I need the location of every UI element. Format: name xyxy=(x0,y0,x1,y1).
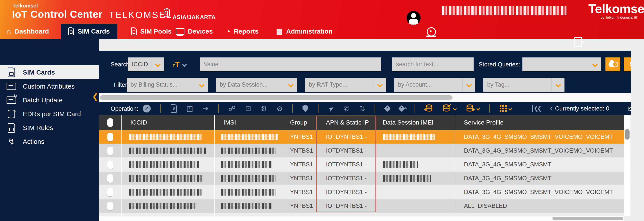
rewind-icon[interactable]: ❮❮ xyxy=(532,105,540,112)
column-header-iccid[interactable]: ICCID xyxy=(122,115,215,130)
cell-imsi xyxy=(215,199,289,213)
table-row[interactable]: YNTBS1 IOTDYNTBS1 - DATA_3G_4G_SMSMO_SMS… xyxy=(99,130,624,144)
table-row[interactable]: YNTBS1 IOTDYNTBS1 - DATA_3G_4G_SMSMO_SMS… xyxy=(99,144,624,157)
cell-group: YNTBS1 xyxy=(289,199,316,213)
send-sms-icon[interactable]: ➤ xyxy=(327,104,335,113)
filter-tag-select[interactable]: by Tag... xyxy=(483,78,564,92)
nav-item-dashboard[interactable]: ⌂ Dashboard xyxy=(6,24,49,39)
cell-iccid xyxy=(122,172,215,185)
activate-check-icon[interactable]: ✓ xyxy=(143,105,151,112)
row-checkbox[interactable] xyxy=(107,160,113,169)
sidebar-item-batch-update[interactable]: ↻ Batch Update xyxy=(0,93,99,107)
transfer-icon[interactable]: ⇅ xyxy=(359,105,365,112)
alarm-icon[interactable] xyxy=(427,27,436,36)
column-header-group[interactable]: Group xyxy=(289,115,316,130)
telkomsel-logo: Telkomsel xyxy=(588,1,644,16)
sidebar-item-custom-attributes[interactable]: Custom Attributes xyxy=(0,79,99,93)
save-query-button[interactable] xyxy=(606,58,620,71)
voice-test-icon[interactable]: ✆ xyxy=(344,105,350,112)
vscroll-thumb[interactable] xyxy=(625,129,630,140)
move-sim-icon[interactable]: ⇥ xyxy=(202,105,208,112)
bulk-actions-grid-icon[interactable] xyxy=(500,105,502,107)
row-checkbox[interactable] xyxy=(107,133,113,141)
import-database-icon[interactable] xyxy=(424,104,433,113)
row-checkbox[interactable] xyxy=(107,147,113,155)
filter-rat-type-select[interactable]: by RAT Type... xyxy=(305,78,386,92)
billing-sim-icon[interactable]: $ xyxy=(171,104,177,113)
redacted-value xyxy=(129,148,206,154)
timezone-label: ASIA/JAKARTA xyxy=(172,14,216,20)
row-checkbox[interactable] xyxy=(107,188,113,196)
clipped-button[interactable]: ⚱ xyxy=(624,58,631,71)
toolbar-divider xyxy=(160,104,161,113)
hscroll-thumb[interactable] xyxy=(552,216,623,220)
filter-account-select[interactable]: by Account... xyxy=(394,78,475,92)
data-session-satellite-icon[interactable]: ☍ xyxy=(228,105,236,112)
chevron-down-icon[interactable] xyxy=(453,107,457,111)
export-database-icon[interactable] xyxy=(466,104,475,113)
device-diagnostics-icon[interactable]: ⊡ xyxy=(245,105,251,112)
tag-icon[interactable] xyxy=(384,105,391,112)
stored-queries-select[interactable] xyxy=(522,58,601,71)
sidebar-item-actions[interactable]: ↯ Actions xyxy=(0,135,99,148)
edit-frame-icon[interactable]: ◳ xyxy=(186,105,193,112)
column-header-apn-static-ip[interactable]: APN & Static IP xyxy=(316,115,376,130)
redacted-value xyxy=(221,148,276,154)
currently-selected-text: Currently selected: 0 xyxy=(555,105,610,112)
nav-item-administration[interactable]: ▦ Administration xyxy=(276,24,332,39)
cell-imsi xyxy=(215,172,289,185)
sidebar-item-sim-cards[interactable]: SIM Cards xyxy=(0,65,99,79)
column-header-service-profile[interactable]: Service Profile xyxy=(454,115,624,130)
chevron-down-icon xyxy=(151,58,164,71)
sidebar-item-label: SIM Cards xyxy=(23,69,55,76)
chevron-down-icon[interactable] xyxy=(476,107,480,111)
match-type-select[interactable]: тT xyxy=(172,58,186,71)
cell-service-profile: DATA_3G_4G_SMSMO_SMSMT_VOICEMO_VOICEMT xyxy=(454,185,624,199)
redacted-value xyxy=(221,175,276,182)
column-header-data-session-imei[interactable]: Data Session IMEI xyxy=(376,115,454,130)
table-row[interactable]: YNTBS1 IOTDYNTBS1 - DATA_3G_4G_SMSMO_SMS… xyxy=(99,185,624,199)
free-text-search-input[interactable] xyxy=(392,58,474,71)
nav-item-sim-cards[interactable]: SIM Cards xyxy=(61,24,118,39)
hscroll-thumb[interactable] xyxy=(100,95,452,100)
chevron-down-icon xyxy=(182,62,187,67)
table-row[interactable]: YNTBS1 IOTDYNTBS1 - DATA_3G_4G_SMSMO_SMS… xyxy=(99,158,624,171)
operation-toolbar: Operation: ✓ $ ◳ ⇥ ☍ ⊡ ⚙ ⊘ ➤ ✆ ⇅ ✎ xyxy=(99,102,631,115)
sidebar-item-label: SIM Rules xyxy=(23,124,53,132)
logout-icon[interactable] xyxy=(574,37,582,47)
search-field-select[interactable]: ICCID xyxy=(128,58,164,71)
nav-item-reports[interactable]: ◔ Reports xyxy=(226,24,259,39)
nav-label: SIM Cards xyxy=(78,28,110,35)
sidebar-item-label: Batch Update xyxy=(23,96,63,104)
sidebar-item-edrs-per-sim-card[interactable]: EDRs per SIM Card xyxy=(0,107,99,121)
search-value-input[interactable] xyxy=(200,58,381,71)
cell-imei xyxy=(376,144,454,157)
edit-tag-icon[interactable]: ✎ xyxy=(398,105,405,112)
filter-value: by Data Session... xyxy=(216,81,284,88)
sidebar-item-sim-rules[interactable]: SIM Rules xyxy=(0,121,99,135)
table-hscroll-top xyxy=(99,93,631,102)
nav-item-sim-pools[interactable]: SIM Pools xyxy=(131,24,172,39)
selection-status: Currently selected: 0 xyxy=(551,102,610,115)
cancel-location-icon[interactable]: ⊘ xyxy=(277,105,282,112)
filter-billing-status-select[interactable]: by Billing Status... xyxy=(126,78,208,92)
cell-imei xyxy=(376,199,454,213)
security-shield-icon[interactable] xyxy=(302,105,308,112)
table-row[interactable]: YNTBS1 IOTDYNTBS1 - DATA_3G_4G_SMSMO_SMS… xyxy=(99,172,624,185)
settings-gears-icon[interactable]: ⚙ xyxy=(261,105,267,112)
logo-byline: by Telkom Indonesia ✳ xyxy=(601,15,638,20)
chevron-down-icon[interactable] xyxy=(508,107,512,111)
nav-item-devices[interactable]: Devices xyxy=(176,24,213,39)
table-row[interactable]: YNTBS1 IOTDYNTBS1 - ALL_DISABLED xyxy=(99,199,624,213)
cell-service-profile: DATA_3G_4G_SMSMO_SMSMT xyxy=(454,158,624,171)
database-status-icon[interactable] xyxy=(442,104,451,113)
row-checkbox[interactable] xyxy=(107,174,113,183)
row-checkbox[interactable] xyxy=(107,202,113,210)
select-all-checkbox[interactable] xyxy=(107,118,113,127)
avatar[interactable] xyxy=(406,11,420,25)
filter-data-session-select[interactable]: by Data Session... xyxy=(216,78,297,92)
column-header-imsi[interactable]: IMSI xyxy=(215,115,289,130)
cell-service-profile: DATA_3G_4G_SMSMO_SMSMT xyxy=(454,172,624,185)
sim-cards-table: ICCID IMSI Group APN & Static IP Data Se… xyxy=(99,115,624,216)
redacted-value xyxy=(129,134,202,140)
